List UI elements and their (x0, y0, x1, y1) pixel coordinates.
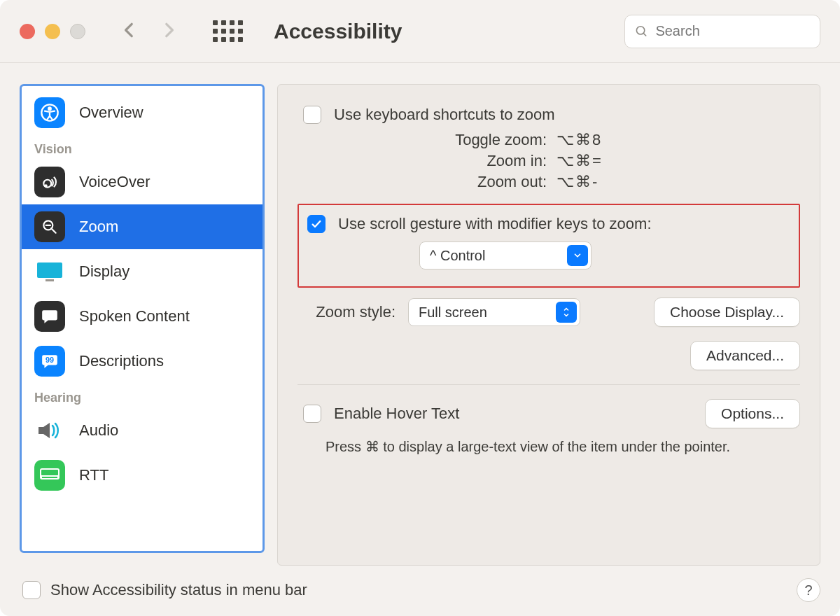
speech-bubble-icon (34, 301, 65, 332)
shortcut-out-label: Zoom out: (298, 173, 556, 191)
sidebar-item-rtt[interactable]: RTT (22, 453, 262, 498)
footer: Show Accessibility status in menu bar ? (0, 578, 840, 616)
show-all-prefs-button[interactable] (213, 20, 243, 42)
menu-bar-status-checkbox[interactable] (22, 581, 41, 599)
sidebar-section-hearing: Hearing (22, 384, 262, 408)
svg-rect-13 (42, 477, 57, 478)
svg-point-0 (636, 26, 644, 34)
chevron-down-icon (567, 245, 588, 266)
zoom-style-select[interactable]: Full screen (408, 298, 580, 326)
accessibility-icon (34, 97, 65, 128)
hover-note: Press ⌘ to display a large-text view of … (298, 438, 800, 455)
sidebar-label: Zoom (79, 218, 118, 236)
svg-line-1 (643, 33, 646, 36)
voiceover-icon (34, 167, 65, 197)
modifier-value: ^ Control (420, 248, 517, 264)
shortcut-list: Toggle zoom:⌥⌘8 Zoom in:⌥⌘= Zoom out:⌥⌘- (298, 131, 800, 191)
scroll-gesture-label: Use scroll gesture with modifier keys to… (338, 215, 652, 233)
search-field[interactable] (624, 15, 820, 48)
sidebar-label: VoiceOver (79, 173, 150, 191)
sidebar-label: RTT (79, 466, 108, 484)
kb-shortcuts-checkbox[interactable] (303, 106, 321, 124)
up-down-chevron-icon (556, 302, 577, 323)
forward-button[interactable] (160, 21, 178, 42)
modifier-select[interactable]: ^ Control (419, 241, 592, 270)
zoom-style-label: Zoom style: (298, 303, 396, 321)
fullscreen-window-button[interactable] (70, 24, 85, 39)
divider (298, 384, 800, 385)
sidebar-label: Display (79, 262, 130, 281)
scroll-gesture-checkbox[interactable] (307, 215, 326, 233)
sidebar-label: Spoken Content (79, 307, 190, 326)
sidebar-item-overview[interactable]: Overview (22, 90, 262, 135)
choose-display-button[interactable]: Choose Display... (654, 298, 800, 327)
svg-point-3 (48, 107, 51, 110)
nav-arrows (120, 21, 178, 42)
shortcut-in-keys: ⌥⌘= (556, 152, 603, 170)
sidebar-item-descriptions[interactable]: 99 Descriptions (22, 339, 262, 384)
detail-pane: Use keyboard shortcuts to zoom Toggle zo… (277, 84, 820, 566)
close-window-button[interactable] (20, 24, 35, 39)
sidebar-label: Overview (79, 104, 144, 122)
titlebar: Accessibility (0, 0, 840, 63)
back-button[interactable] (120, 21, 139, 42)
display-icon (34, 256, 65, 287)
svg-rect-7 (37, 262, 62, 278)
help-button[interactable]: ? (797, 578, 820, 602)
sidebar-label: Audio (79, 421, 118, 440)
page-title: Accessibility (274, 20, 402, 43)
sidebar-item-spoken-content[interactable]: Spoken Content (22, 294, 262, 339)
shortcut-toggle-label: Toggle zoom: (298, 131, 556, 149)
rtt-icon (34, 460, 65, 491)
sidebar-label: Descriptions (79, 352, 164, 370)
sidebar-item-zoom[interactable]: Zoom (22, 204, 262, 249)
shortcut-toggle-keys: ⌥⌘8 (556, 131, 602, 149)
prefs-window: Accessibility Overview Vision VoiceOver (0, 0, 840, 616)
scroll-gesture-group: Use scroll gesture with modifier keys to… (298, 204, 800, 288)
minimize-window-button[interactable] (45, 24, 60, 39)
shortcut-out-keys: ⌥⌘- (556, 173, 598, 191)
sidebar: Overview Vision VoiceOver Zoom Displa (20, 84, 265, 553)
menu-bar-status-label: Show Accessibility status in menu bar (50, 581, 307, 599)
shortcut-in-label: Zoom in: (298, 152, 556, 170)
kb-shortcuts-label: Use keyboard shortcuts to zoom (334, 106, 554, 124)
search-input[interactable] (655, 23, 810, 39)
content: Overview Vision VoiceOver Zoom Displa (0, 63, 840, 578)
advanced-button[interactable]: Advanced... (690, 341, 800, 370)
options-button[interactable]: Options... (705, 399, 800, 428)
sidebar-section-vision: Vision (22, 135, 262, 160)
svg-point-5 (46, 185, 47, 186)
descriptions-icon: 99 (34, 346, 65, 377)
svg-rect-8 (46, 279, 54, 281)
speaker-icon (34, 415, 65, 446)
sidebar-item-display[interactable]: Display (22, 249, 262, 294)
sidebar-item-voiceover[interactable]: VoiceOver (22, 160, 262, 204)
sidebar-item-audio[interactable]: Audio (22, 408, 262, 453)
hover-text-checkbox[interactable] (303, 405, 321, 423)
zoom-icon (34, 211, 65, 242)
svg-text:99: 99 (46, 356, 54, 364)
hover-text-label: Enable Hover Text (334, 405, 459, 423)
window-controls (20, 24, 85, 39)
zoom-style-value: Full screen (409, 304, 519, 321)
svg-rect-11 (41, 470, 58, 475)
